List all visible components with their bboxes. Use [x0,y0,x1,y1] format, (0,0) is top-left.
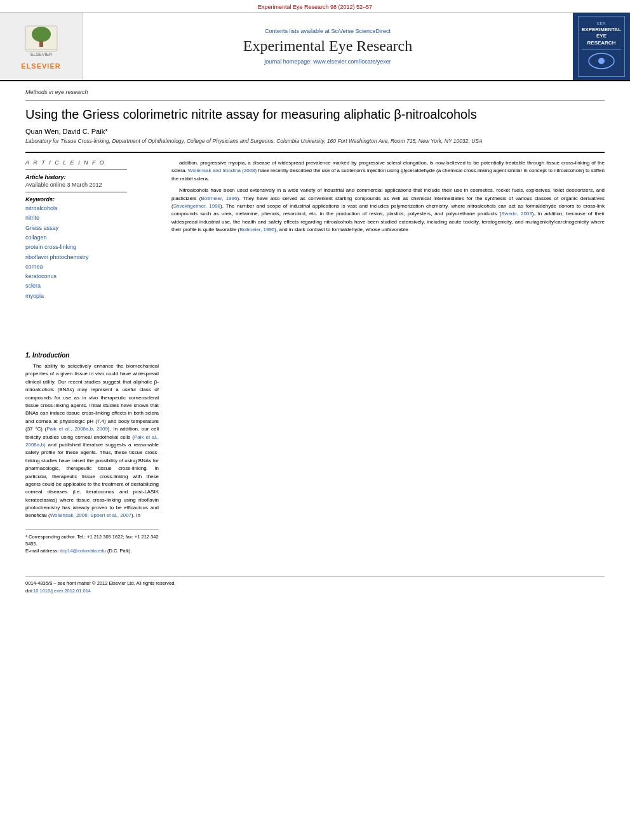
history-label: Article history: [25,174,159,180]
section-title: 1. Introduction [25,352,159,359]
doi-line: doi:10.1016/j.exer.2012.01.014 [25,587,176,595]
citation-link[interactable]: Paik et al., 2008a,b) [25,434,159,448]
citation-link[interactable]: Swedo, 2003 [501,211,532,217]
article-info-title: A R T I C L E I N F O [25,159,159,166]
corresponding-footnote: * Corresponding author. Tel.: +1 212 305… [25,533,159,548]
email-prefix: E-mail address: [25,548,60,554]
keyword-item: riboflavin photochemistry [25,253,159,262]
page: Experimental Eye Research 98 (2012) 52–5… [0,0,630,840]
homepage-link[interactable]: www.elsevier.com/locate/yexer [313,58,391,65]
left-column: A R T I C L E I N F O Article history: A… [25,159,159,555]
intro-paragraph-1: The ability to selectively enhance the b… [25,363,159,520]
email-link[interactable]: dcp14@columbia.edu [60,548,106,554]
authors: Quan Wen, David C. Paik* [25,128,605,135]
keyword-item: nitrite [25,213,159,223]
doi-prefix: doi: [25,588,33,594]
keywords-divider [25,192,127,192]
sciverse-link-text[interactable]: SciVerse ScienceDirect [332,28,391,34]
svg-rect-2 [39,41,43,47]
email-suffix: (D.C. Paik). [106,548,132,554]
journal-header-center: Contents lists available at SciVerse Sci… [83,13,573,80]
spacer [25,301,159,352]
content-divider [25,152,605,153]
footnotes-area: * Corresponding author. Tel.: +1 212 305… [25,529,159,555]
journal-logo-icon [586,51,617,70]
corresponding-text: * Corresponding author. Tel.: +1 212 305… [25,534,159,547]
journal-header: ELSEVIER ELSEVIER Contents lists availab… [0,13,630,81]
copyright-text: 0014-4835/$ – see front matter © 2012 El… [25,580,176,587]
doi-link[interactable]: 10.1016/j.exer.2012.01.014 [33,588,91,594]
sciverse-link: Contents lists available at SciVerse Sci… [265,28,391,34]
keyword-item: collagen [25,233,159,243]
right-paragraph-1: addition, progressive myopia, a disease … [171,159,605,183]
svg-point-1 [32,27,51,42]
citation-link[interactable]: Bollmeier, 1996 [201,196,237,201]
keywords-label: Keywords: [25,196,159,203]
elsevier-label: ELSEVIER [21,62,60,70]
elsevier-tree-icon: ELSEVIER [19,23,64,61]
citation-link[interactable]: Wollensak and Imodina (2008) [188,168,257,173]
main-content: Methods in eye research Using the Griess… [0,81,630,567]
right-paragraph-2: Nitroalcohols have been used extensively… [171,187,605,234]
keywords-list: nitroalcoholsnitriteGriess assaycollagen… [25,204,159,301]
homepage-prefix: journal homepage: [264,58,313,65]
journal-logo-box: EER EXPERIMENTALEYERESEARCH [578,16,625,77]
info-divider [25,170,127,170]
journal-title: Experimental Eye Research [243,37,413,55]
journal-citation: Experimental Eye Research 98 (2012) 52–5… [258,4,372,10]
elsevier-logo: ELSEVIER ELSEVIER [19,23,64,70]
footer-copyright: 0014-4835/$ – see front matter © 2012 El… [25,580,176,595]
journal-logo-right: EER EXPERIMENTALEYERESEARCH [573,13,630,80]
svg-text:ELSEVIER: ELSEVIER [30,52,51,57]
keyword-item: sclera [25,281,159,291]
journal-homepage: journal homepage: www.elsevier.com/locat… [264,58,391,65]
article-title: Using the Griess colorimetric nitrite as… [25,106,605,123]
journal-logo-title: EXPERIMENTALEYERESEARCH [582,27,621,46]
title-divider-top [25,100,605,101]
keyword-item: cornea [25,262,159,272]
page-footer: 0014-4835/$ – see front matter © 2012 El… [25,577,605,595]
keyword-item: myopia [25,291,159,301]
citation-link[interactable]: Wollensak, 2006; Spoerl et al., 2007 [50,512,131,518]
citation-link[interactable]: Bollmeier, 1996 [239,227,274,232]
top-bar: Experimental Eye Research 98 (2012) 52–5… [0,0,630,13]
svg-point-6 [598,58,605,64]
citation-link[interactable]: Paik et al., 2008a,b, 2009 [46,426,108,432]
right-column: addition, progressive myopia, a disease … [171,159,605,555]
history-value: Available online 3 March 2012 [25,182,159,188]
two-column-layout: A R T I C L E I N F O Article history: A… [25,159,605,555]
keyword-item: Griess assay [25,223,159,233]
intro-section-left: 1. Introduction The ability to selective… [25,352,159,520]
authors-text: Quan Wen, David C. Paik* [25,128,107,135]
email-footnote: E-mail address: dcp14@columbia.edu (D.C.… [25,547,159,554]
citation-link[interactable]: Shvekhgeimer, 1998 [173,203,220,209]
keyword-item: protein cross-linking [25,243,159,252]
affiliation: Laboratory for Tissue Cross-linking, Dep… [25,138,605,145]
keyword-item: keratoconus [25,272,159,281]
keyword-item: nitroalcohols [25,204,159,213]
elsevier-logo-area: ELSEVIER ELSEVIER [0,13,83,80]
section-label: Methods in eye research [25,89,605,95]
sciverse-prefix: Contents lists available at [265,28,332,34]
